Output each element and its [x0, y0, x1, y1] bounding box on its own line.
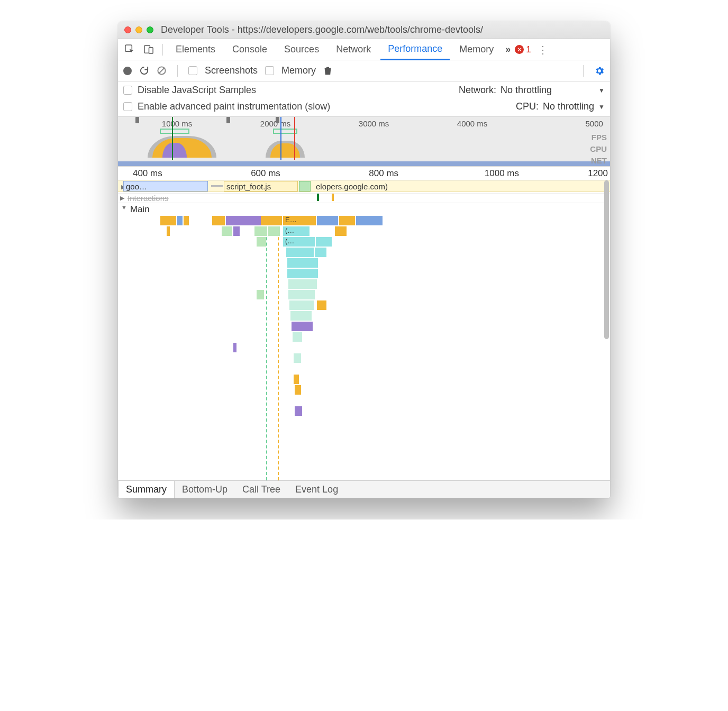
paint-instrumentation-checkbox[interactable]: [123, 102, 132, 111]
window-controls: [124, 26, 153, 33]
error-count: 1: [526, 44, 531, 55]
tab-sources[interactable]: Sources: [277, 39, 326, 60]
timeline-tracks: ▶Network goo… script_foot.js elopers.goo…: [118, 180, 610, 216]
network-request-chip[interactable]: goo…: [123, 181, 208, 192]
window-title: Developer Tools - https://developers.goo…: [158, 24, 604, 35]
expand-icon[interactable]: ▶: [120, 195, 124, 202]
tab-event-log[interactable]: Event Log: [288, 481, 345, 498]
network-request-chip[interactable]: elopers.google.com): [314, 181, 610, 192]
tab-network[interactable]: Network: [329, 39, 378, 60]
error-counter[interactable]: ✕ 1: [515, 44, 531, 55]
overview-sparkline: [118, 129, 610, 160]
timeline-overview[interactable]: 1000 ms 2000 ms 3000 ms 4000 ms 5000 FPS…: [118, 117, 610, 167]
memory-checkbox[interactable]: [265, 66, 274, 75]
overview-lane-labels: FPS CPU NET: [590, 132, 607, 167]
memory-label: Memory: [281, 65, 316, 76]
inspect-element-icon[interactable]: [121, 41, 138, 58]
collapse-icon[interactable]: ▼: [121, 204, 127, 211]
screenshots-label: Screenshots: [205, 65, 258, 76]
titlebar[interactable]: Developer Tools - https://developers.goo…: [118, 21, 610, 39]
network-throttle-select[interactable]: No throttling: [501, 85, 552, 96]
details-tabs: Summary Bottom-Up Call Tree Event Log: [118, 480, 610, 498]
network-throttle-value: No throttling: [501, 85, 552, 96]
svg-line-4: [159, 68, 165, 74]
minimize-window-button[interactable]: [135, 26, 142, 33]
svg-rect-2: [149, 48, 153, 53]
disable-js-samples-checkbox[interactable]: [123, 86, 132, 95]
cpu-throttle-select[interactable]: No throttling: [543, 101, 594, 112]
reload-button[interactable]: [139, 66, 149, 76]
dropdown-icon: ▼: [598, 103, 605, 111]
tab-summary[interactable]: Summary: [118, 480, 175, 498]
network-request-chip[interactable]: script_foot.js: [224, 181, 298, 192]
track-network[interactable]: ▶Network goo… script_foot.js elopers.goo…: [118, 180, 610, 194]
clear-button[interactable]: [157, 66, 167, 76]
zoom-window-button[interactable]: [147, 26, 153, 33]
close-window-button[interactable]: [124, 26, 131, 33]
capture-options: Disable JavaScript Samples Network: No t…: [118, 81, 610, 117]
tab-bottom-up[interactable]: Bottom-Up: [175, 481, 235, 498]
record-button[interactable]: [123, 67, 132, 75]
error-icon: ✕: [515, 45, 524, 54]
tab-elements[interactable]: Elements: [168, 39, 223, 60]
overview-net-bar: [118, 161, 610, 166]
disable-js-samples-label: Disable JavaScript Samples: [138, 85, 256, 96]
cpu-throttle-value: No throttling: [543, 101, 594, 112]
network-throttle-label: Network:: [459, 85, 496, 96]
device-toolbar-icon[interactable]: [140, 41, 157, 58]
screenshots-checkbox[interactable]: [188, 66, 197, 75]
flame-bar[interactable]: (…: [283, 237, 315, 247]
devtools-tabstrip: Elements Console Sources Network Perform…: [118, 39, 610, 60]
dropdown-icon: ▼: [598, 87, 605, 94]
flame-bar[interactable]: (…: [283, 226, 310, 236]
cpu-throttle-label: CPU:: [516, 101, 539, 112]
vertical-scrollbar[interactable]: [604, 180, 609, 339]
tab-performance[interactable]: Performance: [380, 40, 450, 60]
garbage-collect-icon[interactable]: [323, 66, 332, 76]
capture-settings-icon[interactable]: [594, 66, 605, 76]
devtools-menu-icon[interactable]: ⋮: [533, 43, 552, 56]
tab-call-tree[interactable]: Call Tree: [235, 481, 288, 498]
flame-chart[interactable]: E… (… (…: [118, 216, 610, 480]
tab-console[interactable]: Console: [225, 39, 275, 60]
network-request-chip[interactable]: [299, 181, 311, 192]
paint-instrumentation-label: Enable advanced paint instrumentation (s…: [138, 101, 330, 112]
flame-bar[interactable]: E…: [283, 216, 316, 225]
timeline-ruler[interactable]: 400 ms 600 ms 800 ms 1000 ms 1200: [118, 167, 610, 180]
perf-toolbar: Screenshots Memory: [118, 60, 610, 81]
tab-memory[interactable]: Memory: [452, 39, 501, 60]
devtools-window: Developer Tools - https://developers.goo…: [118, 21, 610, 498]
interactions-track-label: Interactions: [128, 194, 169, 203]
track-interactions[interactable]: ▶Interactions: [118, 194, 610, 203]
tabs-overflow-icon[interactable]: »: [503, 44, 513, 55]
main-track-label: Main: [130, 204, 150, 215]
